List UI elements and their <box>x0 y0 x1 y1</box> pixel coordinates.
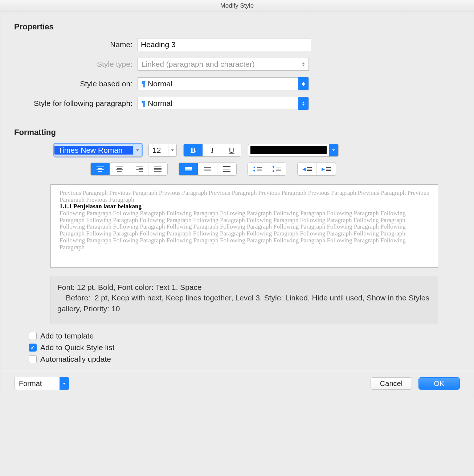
desc-line-2: Before: 2 pt, Keep with next, Keep lines… <box>57 292 431 314</box>
desc-line-1: Font: 12 pt, Bold, Font color: Text 1, S… <box>57 282 431 292</box>
add-to-template-label: Add to template <box>40 332 94 340</box>
preview-sample-text: 1.1.1 Penjelasan latar belakang <box>60 203 142 210</box>
color-swatch <box>250 146 327 154</box>
based-on-value: Normal <box>148 79 172 88</box>
modify-style-dialog: Properties Name: Style type: Linked (par… <box>0 12 474 399</box>
style-description: Font: 12 pt, Bold, Font color: Text 1, S… <box>50 276 438 324</box>
add-to-quick-style-label: Add to Quick Style list <box>40 343 114 352</box>
following-value: Normal <box>148 99 172 108</box>
chevron-down-icon <box>168 144 176 156</box>
underline-button[interactable]: U <box>222 144 241 156</box>
chevron-down-icon <box>60 377 69 390</box>
para-space-increase-button[interactable]: ▲▼ <box>248 163 267 175</box>
indent-decrease-button[interactable]: ◀ <box>298 163 317 175</box>
add-to-template-checkbox[interactable] <box>29 332 37 340</box>
updown-icon <box>298 97 308 110</box>
spacing-2-button[interactable] <box>217 163 236 175</box>
auto-update-label: Automatically update <box>40 355 111 364</box>
pilcrow-icon: ¶ <box>142 99 146 108</box>
style-type-label: Style type: <box>14 60 138 69</box>
align-center-button[interactable] <box>110 163 129 175</box>
pilcrow-icon: ¶ <box>142 80 146 88</box>
alignment-group <box>90 163 168 176</box>
font-family-value: Times New Roman <box>54 146 133 155</box>
spacing-1-5-button[interactable] <box>198 163 217 175</box>
formatting-header: Formatting <box>14 128 460 137</box>
chevron-down-icon <box>329 144 338 156</box>
indent-increase-button[interactable]: ▶ <box>317 163 336 175</box>
name-input[interactable] <box>138 38 311 51</box>
line-spacing-group <box>179 163 237 176</box>
name-label: Name: <box>14 40 138 49</box>
preview-pane: Previous Paragraph Previous Paragraph Pr… <box>50 184 438 268</box>
following-label: Style for following paragraph: <box>14 99 138 108</box>
indent-group: ◀ ▶ <box>297 163 336 176</box>
updown-icon <box>298 77 308 90</box>
bold-button[interactable]: B <box>184 144 203 156</box>
preview-ghost-after: Following Paragraph Following Paragraph … <box>60 210 406 250</box>
para-space-decrease-button[interactable]: ▼▲ <box>267 163 286 175</box>
style-type-value: Linked (paragraph and character) <box>142 60 255 69</box>
chevron-down-icon <box>133 144 142 156</box>
font-style-group: B I U <box>183 144 241 157</box>
cancel-button[interactable]: Cancel <box>371 377 412 390</box>
align-left-button[interactable] <box>91 163 110 175</box>
following-select[interactable]: ¶ Normal <box>138 97 309 110</box>
updown-icon <box>298 58 308 71</box>
properties-header: Properties <box>14 22 460 32</box>
based-on-select[interactable]: ¶ Normal <box>138 77 309 90</box>
style-type-select: Linked (paragraph and character) <box>138 58 309 71</box>
align-justify-button[interactable] <box>148 163 167 175</box>
font-family-combo[interactable]: Times New Roman <box>54 144 142 157</box>
font-size-combo[interactable]: 12 <box>148 144 177 157</box>
preview-ghost-before: Previous Paragraph Previous Paragraph Pr… <box>60 189 429 203</box>
add-to-quick-style-checkbox[interactable]: ✓ <box>29 344 37 352</box>
font-color-combo[interactable] <box>248 144 339 157</box>
spacing-1-button[interactable] <box>179 163 198 175</box>
para-spacing-group: ▲▼ ▼▲ <box>248 163 286 176</box>
based-on-label: Style based on: <box>14 79 138 88</box>
dialog-title: Modify Style <box>0 0 474 12</box>
format-menu-button[interactable]: Format <box>14 377 69 390</box>
italic-button[interactable]: I <box>203 144 222 156</box>
auto-update-checkbox[interactable] <box>29 355 37 363</box>
format-button-label: Format <box>15 379 60 388</box>
align-right-button[interactable] <box>129 163 148 175</box>
ok-button[interactable]: OK <box>418 377 460 390</box>
font-size-value: 12 <box>149 146 168 155</box>
